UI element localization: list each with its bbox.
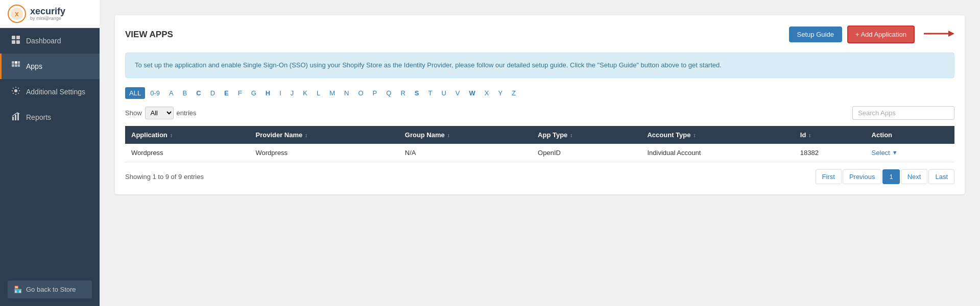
alpha-btn-j[interactable]: J — [286, 87, 298, 99]
first-page-button[interactable]: First — [816, 169, 842, 184]
show-entries: Show All102550100 entries — [125, 107, 197, 119]
svg-rect-14 — [15, 115, 16, 120]
alpha-btn-w[interactable]: W — [465, 87, 479, 99]
table-header-row: Application↕Provider Name↕Group Name↕App… — [125, 126, 954, 144]
alpha-btn-p[interactable]: P — [369, 87, 381, 99]
entries-label: entries — [177, 109, 197, 117]
col-header-account-type[interactable]: Account Type↕ — [641, 126, 794, 144]
alpha-btn-r[interactable]: R — [396, 87, 409, 99]
info-box-text: To set up the application and enable Sin… — [135, 61, 722, 69]
previous-page-button[interactable]: Previous — [843, 169, 882, 184]
alpha-btn-n[interactable]: N — [340, 87, 353, 99]
svg-rect-9 — [12, 64, 14, 67]
sidebar-item-apps[interactable]: Apps — [0, 54, 100, 79]
cell-application: Wordpress — [125, 144, 250, 162]
alpha-btn-v[interactable]: V — [451, 87, 464, 99]
cell-account-type: Individual Account — [641, 144, 794, 162]
sidebar: x xecurify by mini@range Dashboard — [0, 0, 100, 306]
go-back-label: Go back to Store — [26, 286, 76, 293]
showing-text: Showing 1 to 9 of 9 entries — [125, 173, 204, 181]
app-sub: by mini@range — [30, 16, 65, 21]
dashboard-label: Dashboard — [26, 37, 61, 45]
pagination: First Previous 1 Next Last — [816, 169, 954, 184]
alpha-btn-x[interactable]: X — [481, 87, 493, 99]
arrow-indicator — [924, 29, 954, 40]
alpha-btn-z[interactable]: Z — [508, 87, 520, 99]
alpha-btn-o[interactable]: O — [354, 87, 367, 99]
alpha-btn-t[interactable]: T — [424, 87, 436, 99]
action-select-dropdown[interactable]: Select ▼ — [872, 149, 898, 157]
svg-point-12 — [14, 89, 17, 92]
svg-rect-4 — [12, 40, 15, 44]
sort-icon: ↕ — [305, 133, 307, 138]
current-page-button[interactable]: 1 — [882, 169, 899, 184]
alpha-btn-i[interactable]: I — [275, 87, 285, 99]
sort-icon: ↕ — [447, 133, 450, 138]
svg-rect-8 — [18, 61, 20, 64]
alpha-btn-g[interactable]: G — [247, 87, 260, 99]
svg-rect-6 — [12, 61, 14, 64]
logo-text: xecurify by mini@range — [30, 7, 65, 21]
alpha-btn-u[interactable]: U — [437, 87, 450, 99]
xecurify-logo-icon: x — [8, 5, 26, 23]
svg-rect-13 — [12, 117, 14, 120]
alpha-btn-e[interactable]: E — [220, 87, 233, 99]
alpha-btn-h[interactable]: H — [261, 87, 274, 99]
col-header-id[interactable]: Id↕ — [794, 126, 866, 144]
svg-marker-17 — [948, 31, 954, 37]
svg-rect-2 — [12, 36, 15, 39]
select-link[interactable]: Select — [872, 149, 890, 157]
setup-guide-button[interactable]: Setup Guide — [789, 27, 842, 42]
sidebar-item-reports[interactable]: Reports — [0, 105, 100, 130]
show-label: Show — [125, 109, 142, 117]
sidebar-item-additional-settings[interactable]: Additional Settings — [0, 79, 100, 105]
sort-icon: ↕ — [808, 133, 811, 138]
reports-label: Reports — [26, 113, 51, 121]
alpha-filter: ALL0-9ABCDEFGHIJKLMNOPQRSTUVWXYZ — [125, 87, 954, 99]
logo-area: x xecurify by mini@range — [0, 0, 100, 28]
alpha-btn-all[interactable]: ALL — [125, 87, 145, 99]
sidebar-item-dashboard[interactable]: Dashboard — [0, 28, 100, 54]
svg-text:x: x — [15, 10, 19, 18]
add-application-button[interactable]: + Add Application — [847, 26, 915, 43]
alpha-btn-m[interactable]: M — [325, 87, 339, 99]
alpha-btn-s[interactable]: S — [411, 87, 423, 99]
apps-label: Apps — [26, 62, 42, 70]
alpha-btn-0-9[interactable]: 0-9 — [146, 87, 164, 99]
col-header-group-name[interactable]: Group Name↕ — [399, 126, 532, 144]
info-box: To set up the application and enable Sin… — [125, 53, 954, 78]
main-content: VIEW APPS Setup Guide + Add Application … — [100, 0, 980, 306]
svg-rect-15 — [17, 113, 19, 120]
reports-icon — [11, 112, 21, 123]
sidebar-nav: Dashboard Apps A — [0, 28, 100, 130]
next-page-button[interactable]: Next — [901, 169, 928, 184]
apps-icon — [11, 61, 21, 72]
alpha-btn-q[interactable]: Q — [382, 87, 395, 99]
search-input[interactable] — [852, 106, 954, 120]
alpha-btn-l[interactable]: L — [313, 87, 324, 99]
cell-provider-name: Wordpress — [250, 144, 399, 162]
alpha-btn-f[interactable]: F — [234, 87, 246, 99]
sidebar-bottom: 🏪 Go back to Store — [0, 273, 100, 306]
dropdown-arrow: ▼ — [892, 149, 898, 156]
apps-table: Application↕Provider Name↕Group Name↕App… — [125, 126, 954, 162]
alpha-btn-d[interactable]: D — [206, 87, 219, 99]
additional-settings-label: Additional Settings — [26, 88, 85, 96]
alpha-btn-k[interactable]: K — [299, 87, 312, 99]
last-page-button[interactable]: Last — [928, 169, 954, 184]
entries-select[interactable]: All102550100 — [145, 107, 174, 119]
controls-row: Show All102550100 entries — [125, 106, 954, 120]
sort-icon: ↕ — [693, 133, 696, 138]
alpha-btn-c[interactable]: C — [192, 87, 205, 99]
settings-icon — [11, 86, 21, 97]
card-title: VIEW APPS — [125, 30, 173, 40]
go-back-button[interactable]: 🏪 Go back to Store — [8, 280, 92, 298]
svg-rect-11 — [18, 64, 20, 67]
alpha-btn-b[interactable]: B — [179, 87, 192, 99]
cell-action: Select ▼ — [866, 144, 954, 162]
col-header-application[interactable]: Application↕ — [125, 126, 250, 144]
alpha-btn-y[interactable]: Y — [494, 87, 507, 99]
col-header-app-type[interactable]: App Type↕ — [532, 126, 641, 144]
alpha-btn-a[interactable]: A — [165, 87, 178, 99]
col-header-provider-name[interactable]: Provider Name↕ — [250, 126, 399, 144]
